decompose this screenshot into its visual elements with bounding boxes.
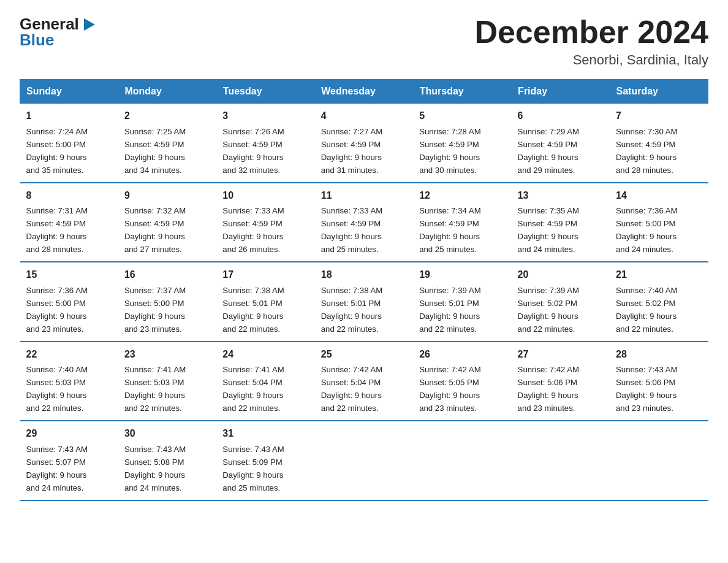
day-info: Sunrise: 7:40 AMSunset: 5:03 PMDaylight:… [26,365,88,413]
calendar-cell: 23Sunrise: 7:41 AMSunset: 5:03 PMDayligh… [118,342,216,421]
col-header-thursday: Thursday [413,80,511,104]
day-number: 8 [26,188,112,204]
day-number: 30 [124,426,210,442]
day-info: Sunrise: 7:24 AMSunset: 5:00 PMDaylight:… [26,127,88,175]
day-number: 19 [419,267,505,283]
day-info: Sunrise: 7:38 AMSunset: 5:01 PMDaylight:… [321,286,382,334]
day-number: 21 [616,267,702,283]
day-info: Sunrise: 7:37 AMSunset: 5:00 PMDaylight:… [124,286,186,334]
day-info: Sunrise: 7:31 AMSunset: 4:59 PMDaylight:… [26,206,88,254]
page-header: General Blue December 2024 Senorbi, Sard… [20,15,708,68]
calendar-week-row: 22Sunrise: 7:40 AMSunset: 5:03 PMDayligh… [20,342,708,421]
day-number: 29 [26,426,112,442]
calendar-cell: 8Sunrise: 7:31 AMSunset: 4:59 PMDaylight… [20,183,118,262]
day-number: 22 [26,347,112,362]
day-info: Sunrise: 7:33 AMSunset: 4:59 PMDaylight:… [321,206,382,254]
day-info: Sunrise: 7:43 AMSunset: 5:09 PMDaylight:… [222,445,284,492]
day-info: Sunrise: 7:32 AMSunset: 4:59 PMDaylight:… [124,206,186,254]
day-info: Sunrise: 7:41 AMSunset: 5:04 PMDaylight:… [222,365,284,413]
day-number: 26 [419,347,505,362]
col-header-wednesday: Wednesday [315,80,413,104]
calendar-cell: 21Sunrise: 7:40 AMSunset: 5:02 PMDayligh… [610,262,708,341]
logo: General Blue [20,15,97,50]
day-number: 17 [222,267,308,283]
day-info: Sunrise: 7:35 AMSunset: 4:59 PMDaylight:… [518,206,579,254]
calendar-cell: 19Sunrise: 7:39 AMSunset: 5:01 PMDayligh… [413,262,511,341]
calendar-cell: 2Sunrise: 7:25 AMSunset: 4:59 PMDaylight… [118,104,216,183]
day-info: Sunrise: 7:29 AMSunset: 4:59 PMDaylight:… [518,127,579,175]
day-number: 3 [222,109,308,124]
day-info: Sunrise: 7:27 AMSunset: 4:59 PMDaylight:… [321,127,382,175]
title-block: December 2024 Senorbi, Sardinia, Italy [474,15,708,68]
day-info: Sunrise: 7:36 AMSunset: 5:00 PMDaylight:… [26,286,88,334]
day-number: 25 [321,347,407,362]
day-info: Sunrise: 7:34 AMSunset: 4:59 PMDaylight:… [419,206,480,254]
day-info: Sunrise: 7:33 AMSunset: 4:59 PMDaylight:… [222,206,284,254]
calendar-cell: 1Sunrise: 7:24 AMSunset: 5:00 PMDaylight… [20,104,118,183]
calendar-cell: 5Sunrise: 7:28 AMSunset: 4:59 PMDaylight… [413,104,511,183]
day-number: 18 [321,267,407,283]
day-number: 27 [518,347,604,362]
calendar-cell: 15Sunrise: 7:36 AMSunset: 5:00 PMDayligh… [20,262,118,341]
calendar-cell: 4Sunrise: 7:27 AMSunset: 4:59 PMDaylight… [315,104,413,183]
calendar-week-row: 29Sunrise: 7:43 AMSunset: 5:07 PMDayligh… [20,421,708,500]
day-number: 1 [26,109,112,124]
day-number: 15 [26,267,112,283]
day-number: 4 [321,109,407,124]
day-number: 28 [616,347,702,362]
calendar-cell: 17Sunrise: 7:38 AMSunset: 5:01 PMDayligh… [216,262,314,341]
day-number: 20 [518,267,604,283]
day-number: 2 [124,109,210,124]
day-info: Sunrise: 7:38 AMSunset: 5:01 PMDaylight:… [222,286,284,334]
day-info: Sunrise: 7:30 AMSunset: 4:59 PMDaylight:… [616,127,677,175]
calendar-header-row: SundayMondayTuesdayWednesdayThursdayFrid… [20,80,708,104]
day-info: Sunrise: 7:39 AMSunset: 5:02 PMDaylight:… [518,286,579,334]
day-info: Sunrise: 7:43 AMSunset: 5:08 PMDaylight:… [124,445,186,492]
day-info: Sunrise: 7:42 AMSunset: 5:05 PMDaylight:… [419,365,480,413]
col-header-sunday: Sunday [20,80,118,104]
day-number: 10 [222,188,308,204]
page-subtitle: Senorbi, Sardinia, Italy [474,52,708,68]
calendar-cell: 14Sunrise: 7:36 AMSunset: 5:00 PMDayligh… [610,183,708,262]
day-info: Sunrise: 7:40 AMSunset: 5:02 PMDaylight:… [616,286,677,334]
calendar-week-row: 1Sunrise: 7:24 AMSunset: 5:00 PMDaylight… [20,104,708,183]
calendar-cell [512,421,610,500]
calendar-cell: 26Sunrise: 7:42 AMSunset: 5:05 PMDayligh… [413,342,511,421]
calendar-table: SundayMondayTuesdayWednesdayThursdayFrid… [20,79,708,500]
logo-text-general: General [20,15,79,33]
calendar-cell: 18Sunrise: 7:38 AMSunset: 5:01 PMDayligh… [315,262,413,341]
day-number: 9 [124,188,210,204]
calendar-cell: 31Sunrise: 7:43 AMSunset: 5:09 PMDayligh… [216,421,314,500]
day-info: Sunrise: 7:41 AMSunset: 5:03 PMDaylight:… [124,365,186,413]
svg-marker-0 [84,18,95,31]
calendar-cell [413,421,511,500]
day-number: 11 [321,188,407,204]
day-info: Sunrise: 7:39 AMSunset: 5:01 PMDaylight:… [419,286,480,334]
day-info: Sunrise: 7:42 AMSunset: 5:06 PMDaylight:… [518,365,579,413]
logo-triangle-icon [80,16,97,33]
col-header-friday: Friday [512,80,610,104]
day-info: Sunrise: 7:43 AMSunset: 5:07 PMDaylight:… [26,445,88,492]
day-number: 23 [124,347,210,362]
calendar-cell: 3Sunrise: 7:26 AMSunset: 4:59 PMDaylight… [216,104,314,183]
logo-text-blue: Blue [20,31,54,50]
col-header-monday: Monday [118,80,216,104]
calendar-cell: 9Sunrise: 7:32 AMSunset: 4:59 PMDaylight… [118,183,216,262]
calendar-cell: 27Sunrise: 7:42 AMSunset: 5:06 PMDayligh… [512,342,610,421]
day-number: 13 [518,188,604,204]
calendar-cell: 22Sunrise: 7:40 AMSunset: 5:03 PMDayligh… [20,342,118,421]
calendar-cell [610,421,708,500]
day-number: 16 [124,267,210,283]
day-info: Sunrise: 7:26 AMSunset: 4:59 PMDaylight:… [222,127,284,175]
day-info: Sunrise: 7:25 AMSunset: 4:59 PMDaylight:… [124,127,186,175]
calendar-week-row: 15Sunrise: 7:36 AMSunset: 5:00 PMDayligh… [20,262,708,341]
calendar-cell: 12Sunrise: 7:34 AMSunset: 4:59 PMDayligh… [413,183,511,262]
day-info: Sunrise: 7:43 AMSunset: 5:06 PMDaylight:… [616,365,677,413]
day-info: Sunrise: 7:28 AMSunset: 4:59 PMDaylight:… [419,127,480,175]
day-number: 12 [419,188,505,204]
calendar-cell: 28Sunrise: 7:43 AMSunset: 5:06 PMDayligh… [610,342,708,421]
day-info: Sunrise: 7:42 AMSunset: 5:04 PMDaylight:… [321,365,382,413]
calendar-cell: 11Sunrise: 7:33 AMSunset: 4:59 PMDayligh… [315,183,413,262]
calendar-cell [315,421,413,500]
page-title: December 2024 [474,15,708,50]
